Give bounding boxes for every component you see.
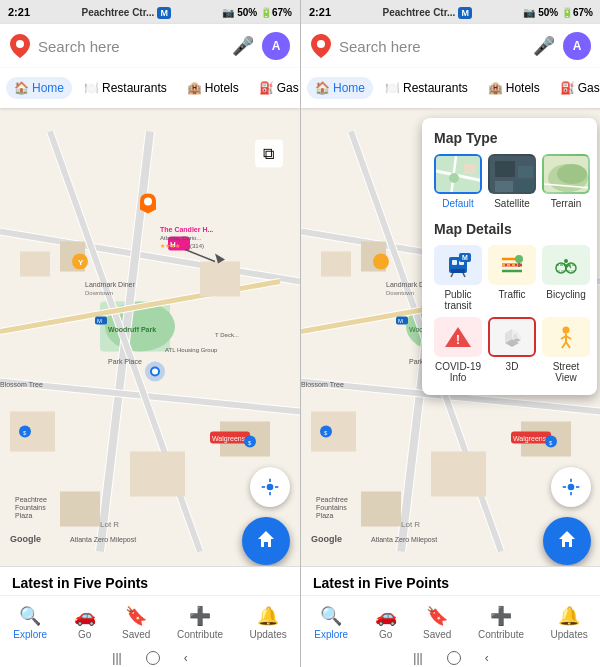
right-location-button[interactable] (551, 467, 591, 507)
left-cat-hotels[interactable]: 🏨 Hotels (179, 77, 247, 99)
left-gesture-lines: ||| (112, 651, 121, 665)
right-gesture-circle[interactable] (447, 651, 461, 665)
right-nav-updates[interactable]: 🔔 Updates (551, 605, 588, 640)
right-directions-icon (555, 529, 579, 553)
left-nav-explore[interactable]: 🔍 Explore (13, 605, 47, 640)
svg-text:Downtown: Downtown (85, 290, 113, 296)
svg-point-58 (267, 484, 274, 491)
map-type-grid: Default Satellite (434, 154, 585, 209)
svg-text:Park Place: Park Place (108, 358, 142, 365)
left-map-area[interactable]: Y H M Landmark Diner Downtown Woodruff P… (0, 108, 300, 575)
svg-rect-133 (451, 269, 465, 273)
microphone-icon[interactable]: 🎤 (232, 35, 254, 57)
right-nav-explore[interactable]: 🔍 Explore (314, 605, 348, 640)
left-cat-gas[interactable]: ⛽ Gas (251, 77, 300, 99)
right-cat-home[interactable]: 🏠 Home (307, 77, 373, 99)
svg-rect-20 (60, 492, 100, 527)
map-type-panel[interactable]: Map Type Default (422, 118, 597, 395)
right-nav-contribute[interactable]: ➕ Contribute (478, 605, 524, 640)
right-cat-gas[interactable]: ⛽ Gas (552, 77, 600, 99)
left-cat-home[interactable]: 🏠 Home (6, 77, 72, 99)
map-type-default[interactable]: Default (434, 154, 482, 209)
svg-line-135 (463, 273, 465, 277)
left-nav-contribute[interactable]: ➕ Contribute (177, 605, 223, 640)
map-type-default-icon (434, 154, 482, 194)
svg-text:Blossom Tree: Blossom Tree (0, 381, 43, 388)
svg-text:Blossom Tree: Blossom Tree (301, 381, 344, 388)
svg-text:Atlanta, Curio...: Atlanta, Curio... (160, 235, 202, 241)
svg-text:Atlanta Zero Milepost: Atlanta Zero Milepost (371, 536, 437, 544)
left-nav-bar: 🔍 Explore 🚗 Go 🔖 Saved ➕ Contribute 🔔 Up… (0, 595, 300, 649)
svg-text:!: ! (456, 333, 460, 347)
map-type-title: Map Type (434, 130, 585, 146)
svg-rect-123 (518, 166, 533, 178)
svg-point-63 (317, 40, 325, 48)
detail-public-transit[interactable]: M Public transit (434, 245, 482, 311)
detail-bicycling[interactable]: Bicycling (542, 245, 590, 311)
left-search-bar[interactable]: Search here 🎤 A (0, 24, 300, 68)
bicycling-label: Bicycling (546, 289, 585, 300)
svg-point-120 (449, 173, 459, 183)
left-directions-button[interactable] (242, 517, 290, 565)
left-gesture-bar: ||| ‹ (0, 649, 300, 667)
map-type-terrain[interactable]: Terrain (542, 154, 590, 209)
detail-3d[interactable]: 3D (488, 317, 536, 383)
right-status-icons: 📷 50% 🔋67% (523, 7, 593, 18)
left-nav-go[interactable]: 🚗 Go (74, 605, 96, 640)
left-gesture-chevron: ‹ (184, 651, 188, 665)
svg-text:Lot R: Lot R (100, 520, 119, 529)
right-gesture-chevron: ‹ (485, 651, 489, 665)
right-cat-restaurants[interactable]: 🍽️ Restaurants (377, 77, 476, 99)
map-type-default-label: Default (442, 198, 474, 209)
map-details-title: Map Details (434, 221, 585, 237)
right-search-input[interactable]: Search here (339, 38, 525, 55)
svg-text:Atlanta Zero Milepost: Atlanta Zero Milepost (70, 536, 136, 544)
directions-icon (254, 529, 278, 553)
svg-text:ATL Housing Group: ATL Housing Group (165, 347, 218, 353)
svg-text:Google: Google (311, 534, 342, 544)
left-status-icons: 📷 50% 🔋67% (222, 7, 292, 18)
right-directions-button[interactable] (543, 517, 591, 565)
svg-rect-19 (130, 452, 185, 497)
svg-rect-14 (20, 252, 50, 277)
right-microphone-icon[interactable]: 🎤 (533, 35, 555, 57)
map-type-satellite[interactable]: Satellite (488, 154, 536, 209)
right-search-bar[interactable]: Search here 🎤 A (301, 24, 600, 68)
left-location-button[interactable] (250, 467, 290, 507)
svg-rect-119 (464, 164, 476, 174)
right-avatar[interactable]: A (563, 32, 591, 60)
svg-point-83 (373, 254, 389, 270)
left-search-input[interactable]: Search here (38, 38, 224, 55)
svg-rect-131 (452, 260, 457, 265)
svg-point-142 (515, 255, 523, 263)
left-time: 2:21 (8, 6, 30, 18)
right-saved-icon: 🔖 (426, 605, 448, 627)
left-nav-updates[interactable]: 🔔 Updates (250, 605, 287, 640)
avatar[interactable]: A (262, 32, 290, 60)
left-cat-restaurants[interactable]: 🍽️ Restaurants (76, 77, 175, 99)
left-phone: 2:21 Peachtree Ctr...M 📷 50% 🔋67% Search… (0, 0, 300, 667)
left-nav-saved[interactable]: 🔖 Saved (122, 605, 150, 640)
detail-traffic[interactable]: Traffic (488, 245, 536, 311)
right-nav-go[interactable]: 🚗 Go (375, 605, 397, 640)
right-map-area[interactable]: H M Landmark Diner Downtown Woodruff Par… (301, 108, 600, 575)
detail-covid[interactable]: ! COVID-19 Info (434, 317, 482, 383)
right-phone: 2:21 Peachtree Ctr...M 📷 50% 🔋67% Search… (301, 0, 600, 667)
detail-street-view[interactable]: Street View (542, 317, 590, 383)
map-type-terrain-icon (542, 154, 590, 194)
left-status-bar: 2:21 Peachtree Ctr...M 📷 50% 🔋67% (0, 0, 300, 24)
svg-text:⧉: ⧉ (263, 145, 274, 162)
left-gesture-circle[interactable] (146, 651, 160, 665)
street-view-label: Street View (542, 361, 590, 383)
right-time: 2:21 (309, 6, 331, 18)
svg-point-163 (568, 484, 575, 491)
svg-text:Plaza: Plaza (15, 512, 33, 519)
right-cat-hotels[interactable]: 🏨 Hotels (480, 77, 548, 99)
right-explore-icon: 🔍 (320, 605, 342, 627)
right-nav-saved[interactable]: 🔖 Saved (423, 605, 451, 640)
svg-text:Woodruff Park: Woodruff Park (108, 326, 156, 333)
bicycling-icon (542, 245, 590, 285)
public-transit-label: Public transit (434, 289, 482, 311)
svg-rect-124 (495, 181, 513, 193)
svg-text:Fountains: Fountains (316, 504, 347, 511)
